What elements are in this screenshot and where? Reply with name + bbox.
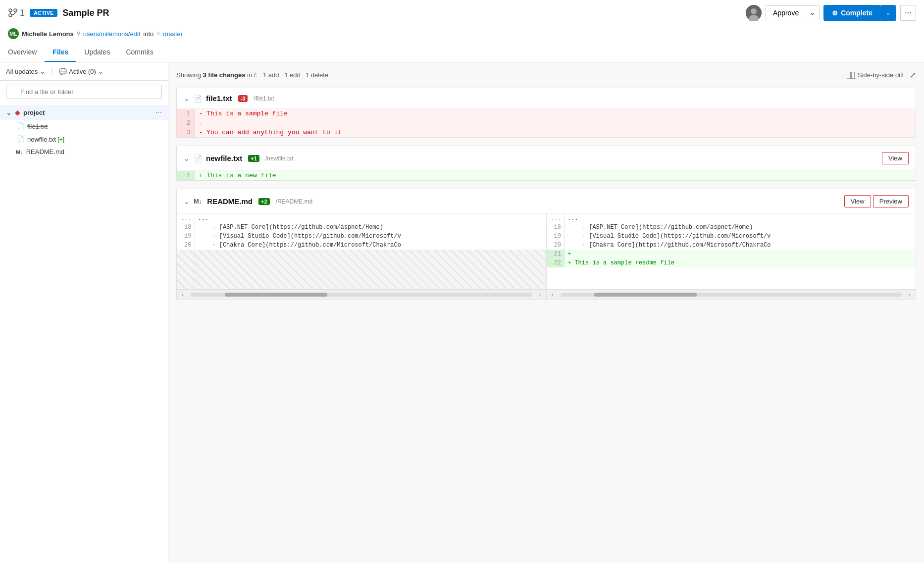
target-branch-icon: ⑂ [156,30,160,37]
file-card-name-file1: file1.txt [206,94,232,103]
search-box: 🔍 [0,81,168,103]
file-card-header-newfile: ⌄ 📄 newfile.txt +1 /newfile.txt View [177,146,916,171]
folder-repo-icon: ◆ [15,108,20,116]
tab-files[interactable]: Files [45,43,76,62]
approve-button-group[interactable]: Approve ⌄ [766,5,820,20]
search-input[interactable] [6,85,162,99]
file-card-readme: ⌄ M↓ README.md +2 /README.md View Previe… [176,189,916,300]
scrollbar-track-left [191,293,532,297]
scroll-right-button-right[interactable]: › [906,291,914,298]
diff-line: 20 - [Chakra Core](https://github.com/Mi… [177,241,546,250]
collapse-button-newfile[interactable]: ⌄ [184,154,190,162]
file-icon: 📄 [16,135,24,143]
scrollbar-track-right [561,293,902,297]
comment-icon: 💬 [59,68,67,75]
tab-updates[interactable]: Updates [76,43,118,62]
view-button-readme[interactable]: View [844,195,871,207]
file-name-deleted: file1.txt [27,123,48,130]
expand-button[interactable]: ⤢ [910,70,916,80]
source-branch-link[interactable]: users/milemons/edit [83,30,141,38]
markdown-icon: M↓ [16,149,23,155]
diff-badge-readme: +2 [258,198,270,205]
scroll-right-button[interactable]: › [536,291,544,298]
collapse-button-readme[interactable]: ⌄ [184,198,190,205]
complete-merge-icon: ⊕ [832,9,838,17]
tree-item-readme[interactable]: M↓ README.md [0,146,168,158]
diff-line: 19 - [Visual Studio Code](https://github… [547,232,916,241]
svg-point-0 [9,9,12,12]
delete-count: 1 delete [306,71,328,79]
header-actions: Approve ⌄ ⊕ Complete ⌄ ··· [746,5,916,21]
complete-button[interactable]: ⊕ Complete [824,5,880,20]
file-card-doc-icon-file1: 📄 [194,95,202,103]
folder-more-button[interactable]: ··· [155,108,162,117]
file-card-file1: ⌄ 📄 file1.txt -3 /file1.txt 1 - This is … [176,88,916,138]
svg-rect-8 [851,72,855,79]
tree-folder-project[interactable]: ⌄ ◆ project ··· [0,105,168,120]
folder-name: project [23,109,153,116]
pr-title: Sample PR [62,8,109,18]
target-branch-link[interactable]: master [163,30,183,38]
comment-filter-dropdown[interactable]: 💬 Active (0) ⌄ [59,68,103,75]
summary-right: Side-by-side diff ⤢ [847,70,916,80]
diff-line: ... ... [547,214,916,223]
diff-line: 21 + [547,250,916,258]
pr-count: 1 [20,8,25,18]
author-name: Michelle Lemons [22,30,74,38]
comment-label: Active (0) [69,68,96,75]
scrollbar-thumb-left [225,293,327,297]
approve-dropdown-button[interactable]: ⌄ [806,6,819,20]
file-card-header-file1: ⌄ 📄 file1.txt -3 /file1.txt [177,88,916,109]
scrollbar-right[interactable]: ‹ › [546,289,916,300]
file-card-md-icon-readme: M↓ [194,198,202,205]
file-card-actions-newfile: View [882,152,909,164]
diff-line: ... ... [177,214,546,223]
comment-chevron-icon: ⌄ [98,68,103,75]
tree-item-file1[interactable]: 📄 file1.txt [0,120,168,133]
scroll-left-button[interactable]: ‹ [179,291,187,298]
file-card-header-readme: ⌄ M↓ README.md +2 /README.md View Previe… [177,189,916,214]
filter-dropdown[interactable]: All updates ⌄ [6,68,45,75]
diff-content-inner: Showing 3 file changes in /: 1 add 1 edi… [168,62,924,316]
side-by-side-diff-readme: ... ... 18 - [ASP.NET Core](https://gith… [177,214,916,289]
search-wrapper: 🔍 [6,85,162,99]
pr-icon: 1 [8,8,25,18]
diff-line: 20 - [Chakra Core](https://github.com/Mi… [547,241,916,250]
complete-button-group[interactable]: ⊕ Complete ⌄ [823,5,896,21]
view-button-newfile[interactable]: View [882,152,909,164]
more-options-button[interactable]: ··· [900,5,916,21]
diff-table-readme-right: ... ... 18 - [ASP.NET Core](https://gith… [547,214,916,267]
scrollbar-left[interactable]: ‹ › [177,289,546,300]
diff-badge-newfile: +1 [248,155,259,162]
user-avatar-icon [746,5,762,21]
file-name-readme: README.md [26,148,64,155]
filter-chevron-icon: ⌄ [40,68,45,75]
file-card-path-file1: /file1.txt [254,95,274,102]
approve-button[interactable]: Approve [766,6,806,20]
collapse-button-file1[interactable]: ⌄ [184,95,190,103]
file-name-new: newfile.txt [+] [27,136,64,143]
tab-bar: Overview Files Updates Commits [0,43,924,62]
svg-rect-7 [847,72,850,79]
preview-button-readme[interactable]: Preview [873,195,909,207]
filter-label: All updates [6,68,38,75]
diff-line: 19 - [Visual Studio Code](https://github… [177,232,546,241]
add-count: 1 add [263,71,279,79]
file-icon: 📄 [16,122,24,130]
diff-line: 1 - This is a sample file [177,109,916,118]
svg-point-5 [751,8,757,14]
diff-line-hatch [177,250,546,289]
file-summary-bar: Showing 3 file changes in /: 1 add 1 edi… [176,70,916,80]
complete-dropdown-button[interactable]: ⌄ [880,5,896,20]
file-sidebar: All updates ⌄ | 💬 Active (0) ⌄ 🔍 ⌄ ◆ pro… [0,62,168,563]
tree-item-newfile[interactable]: 📄 newfile.txt [+] [0,133,168,146]
file-card-name-readme: README.md [207,197,253,205]
scroll-left-button-right[interactable]: ‹ [549,291,557,298]
diff-line: 22 + This is a sample readme file [547,258,916,267]
diff-line: 1 + This is a new file [177,171,916,180]
edit-count: 1 edit [284,71,300,79]
folder-chevron-icon: ⌄ [6,108,12,116]
tab-overview[interactable]: Overview [8,43,45,62]
side-by-side-button[interactable]: Side-by-side diff [847,71,904,79]
tab-commits[interactable]: Commits [118,43,161,62]
